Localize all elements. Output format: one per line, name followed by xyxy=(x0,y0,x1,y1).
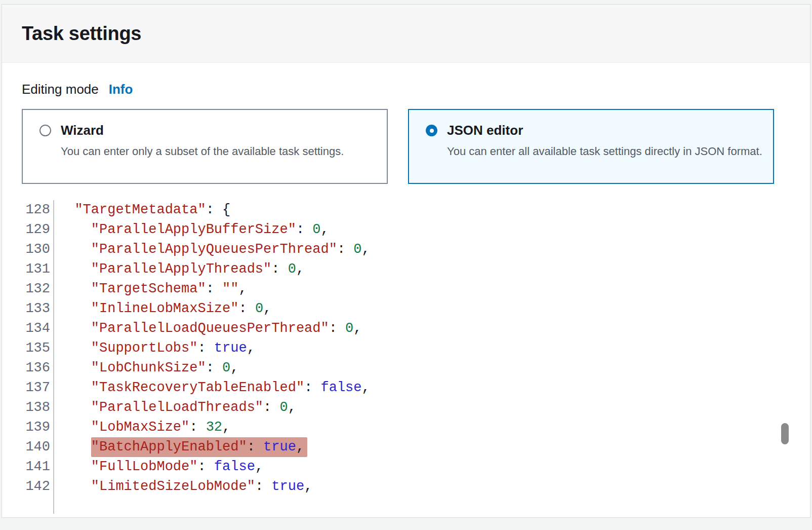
tile-json-editor-description: You can enter all available task setting… xyxy=(447,143,768,160)
highlighted-code: "BatchApplyEnabled": true, xyxy=(91,437,307,457)
tile-json-editor-header: JSON editor xyxy=(426,123,768,138)
line-number: 133 xyxy=(22,299,54,319)
code-line-134[interactable]: 134 "ParallelLoadQueuesPerThread": 0, xyxy=(22,319,790,338)
line-number: 137 xyxy=(22,378,54,398)
page-title: Task settings xyxy=(22,23,141,45)
code-line-139[interactable]: 139 "LobMaxSize": 32, xyxy=(22,418,790,437)
line-number: 136 xyxy=(22,358,54,378)
code-line-140[interactable]: 140 "BatchApplyEnabled": true, xyxy=(22,437,790,457)
line-number: 141 xyxy=(22,457,54,477)
code-line-128[interactable]: 128 "TargetMetadata": { xyxy=(22,200,790,220)
code-line-137[interactable]: 137 "TaskRecoveryTableEnabled": false, xyxy=(22,378,790,398)
line-number: 134 xyxy=(22,319,54,338)
code-line-132[interactable]: 132 "TargetSchema": "", xyxy=(22,279,790,299)
json-code-editor[interactable]: 128 "TargetMetadata": {129 "ParallelAppl… xyxy=(22,200,790,514)
code-line-138[interactable]: 138 "ParallelLoadThreads": 0, xyxy=(22,398,790,418)
tile-wizard[interactable]: Wizard You can enter only a subset of th… xyxy=(22,109,388,184)
line-number: 129 xyxy=(22,220,54,240)
code-line-content: "ParallelApplyThreads": 0, xyxy=(54,259,304,279)
code-line-content: "LobMaxSize": 32, xyxy=(54,418,230,437)
code-line-141[interactable]: 141 "FullLobMode": false, xyxy=(22,457,790,477)
radio-json-editor[interactable] xyxy=(426,125,437,136)
code-line-content: "ParallelLoadThreads": 0, xyxy=(54,398,296,418)
editing-mode-label: Editing mode xyxy=(22,82,99,97)
code-line-135[interactable]: 135 "SupportLobs": true, xyxy=(22,338,790,358)
line-number: 135 xyxy=(22,338,54,358)
code-line-content: "FullLobMode": false, xyxy=(54,457,263,477)
info-link[interactable]: Info xyxy=(109,82,133,97)
task-settings-container: Task settings Editing mode Info Wizard Y… xyxy=(2,4,810,518)
tile-wizard-header: Wizard xyxy=(39,123,382,138)
code-line-content: "TargetSchema": "", xyxy=(54,279,247,299)
line-number: 131 xyxy=(22,259,54,279)
scrollbar-thumb[interactable] xyxy=(781,423,789,444)
editing-mode-tiles: Wizard You can enter only a subset of th… xyxy=(22,109,790,184)
code-line-136[interactable]: 136 "LobChunkSize": 0, xyxy=(22,358,790,378)
code-line-130[interactable]: 130 "ParallelApplyQueuesPerThread": 0, xyxy=(22,240,790,259)
code-line-129[interactable]: 129 "ParallelApplyBufferSize": 0, xyxy=(22,220,790,240)
code-line-142[interactable]: 142 "LimitedSizeLobMode": true, xyxy=(22,477,790,497)
tile-json-editor[interactable]: JSON editor You can enter all available … xyxy=(408,109,774,184)
tile-wizard-description: You can enter only a subset of the avail… xyxy=(61,143,382,160)
line-number: 130 xyxy=(22,240,54,259)
tile-wizard-title: Wizard xyxy=(61,123,104,138)
code-line-131[interactable]: 131 "ParallelApplyThreads": 0, xyxy=(22,259,790,279)
code-line-content: "LobChunkSize": 0, xyxy=(54,358,238,378)
line-number-empty xyxy=(22,497,54,514)
editing-mode-field: Editing mode Info xyxy=(22,82,790,97)
code-line-content: "BatchApplyEnabled": true, xyxy=(54,437,307,457)
line-number: 138 xyxy=(22,398,54,418)
line-number: 128 xyxy=(22,200,54,220)
container-header: Task settings xyxy=(2,5,810,63)
line-number: 139 xyxy=(22,418,54,437)
code-line-content: "ParallelApplyQueuesPerThread": 0, xyxy=(54,240,370,259)
editor-gutter-tail xyxy=(22,497,790,514)
container-body: Editing mode Info Wizard You can enter o… xyxy=(2,82,810,514)
code-line-content: "LimitedSizeLobMode": true, xyxy=(54,477,312,497)
code-line-content: "SupportLobs": true, xyxy=(54,338,255,358)
code-line-content: "TargetMetadata": { xyxy=(54,200,230,220)
code-line-content: "InlineLobMaxSize": 0, xyxy=(54,299,271,319)
code-line-content: "ParallelApplyBufferSize": 0, xyxy=(54,220,329,240)
tile-json-editor-title: JSON editor xyxy=(447,123,523,138)
code-line-content: "TaskRecoveryTableEnabled": false, xyxy=(54,378,370,398)
line-number: 142 xyxy=(22,477,54,497)
code-line-content: "ParallelLoadQueuesPerThread": 0, xyxy=(54,319,362,338)
radio-wizard[interactable] xyxy=(39,125,51,136)
line-number: 140 xyxy=(22,437,54,457)
line-number: 132 xyxy=(22,279,54,299)
code-line-133[interactable]: 133 "InlineLobMaxSize": 0, xyxy=(22,299,790,319)
